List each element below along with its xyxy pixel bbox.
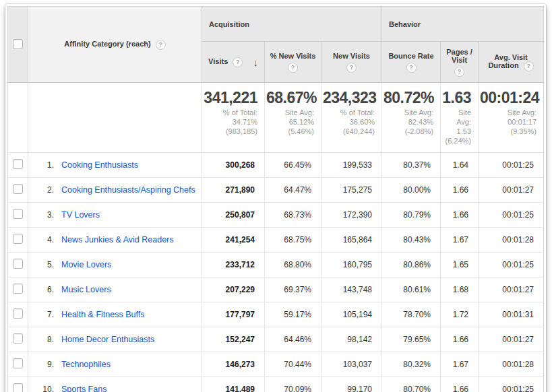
total-pages-per-visit: 1.63 Site Avg: 1.53 (6.24%) xyxy=(441,83,479,153)
cell-new-visits: 105,194 xyxy=(321,302,382,327)
column-header-avg-visit-duration[interactable]: Avg. Visit Duration ? xyxy=(479,42,544,83)
total-new-visits: 234,323 % of Total: 36.60% (640,244) xyxy=(321,83,382,153)
category-link[interactable]: TV Lovers xyxy=(61,210,100,220)
cell-pct-new-visits: 68.73% xyxy=(265,203,321,228)
totals-row: 341,221 % of Total: 34.71% (983,185) 68.… xyxy=(8,83,544,153)
total-avg-visit-duration-sub-label: Site Avg: xyxy=(480,108,536,117)
help-icon[interactable]: ? xyxy=(454,67,464,77)
table-row: 7.Health & Fitness Buffs 177,797 59.17% … xyxy=(8,302,544,327)
visits-header-label: Visits xyxy=(208,57,228,65)
cell-avg-duration: 00:01:25 xyxy=(479,203,544,228)
cell-new-visits: 172,390 xyxy=(321,203,382,228)
row-checkbox[interactable] xyxy=(13,383,23,392)
cell-bounce-rate: 80.61% xyxy=(382,277,441,302)
cell-visits: 152,247 xyxy=(202,327,265,352)
category-link[interactable]: Cooking Enthusiasts xyxy=(61,160,138,170)
total-pct-new-visits-sub-value: 65.12% xyxy=(266,117,314,127)
category-link[interactable]: Sports Fans xyxy=(61,385,106,392)
cell-visits: 300,268 xyxy=(202,153,265,178)
dimension-header-label: Affinity Category (reach) xyxy=(64,40,150,48)
total-bounce-rate: 80.72% Site Avg: 82.43% (-2.08%) xyxy=(382,83,441,153)
total-pct-new-visits-sub-delta: (5.46%) xyxy=(266,127,314,136)
total-visits: 341,221 % of Total: 34.71% (983,185) xyxy=(202,83,265,153)
total-pages-per-visit-sub-delta: (6.24%) xyxy=(442,136,471,145)
category-link[interactable]: Music Lovers xyxy=(61,285,111,294)
category-link[interactable]: Movie Lovers xyxy=(61,260,111,269)
cell-bounce-rate: 80.79% xyxy=(382,203,441,228)
cell-pct-new-visits: 68.80% xyxy=(265,253,321,277)
cell-visits: 207,229 xyxy=(202,277,265,302)
column-header-bounce-rate[interactable]: Bounce Rate ? xyxy=(382,42,441,83)
sort-descending-icon[interactable]: ↓ xyxy=(253,57,258,68)
row-checkbox[interactable] xyxy=(13,209,23,219)
cell-avg-duration: 00:01:28 xyxy=(479,352,544,377)
cell-pages-per-visit: 1.66 xyxy=(441,178,479,203)
cell-bounce-rate: 80.37% xyxy=(382,153,441,178)
cell-bounce-rate: 80.43% xyxy=(382,228,441,253)
row-checkbox[interactable] xyxy=(13,184,23,194)
column-header-pages-per-visit[interactable]: Pages / Visit ? xyxy=(441,42,479,83)
row-rank: 9. xyxy=(38,360,54,369)
total-visits-sub-delta: (983,185) xyxy=(204,127,257,136)
affinity-category-table: Affinity Category (reach) ? Acquisition … xyxy=(7,6,544,392)
cell-pct-new-visits: 70.44% xyxy=(265,352,321,377)
column-header-affinity-category[interactable]: Affinity Category (reach) ? xyxy=(28,7,202,83)
cell-new-visits: 175,275 xyxy=(321,178,382,203)
cell-bounce-rate: 80.32% xyxy=(382,352,441,377)
help-icon[interactable]: ? xyxy=(524,61,534,71)
row-rank: 5. xyxy=(38,260,54,269)
help-icon[interactable]: ? xyxy=(406,63,417,73)
table-row: 2.Cooking Enthusiasts/Aspiring Chefs 271… xyxy=(8,178,544,203)
row-checkbox[interactable] xyxy=(13,358,23,368)
help-icon[interactable]: ? xyxy=(346,63,357,73)
category-link[interactable]: News Junkies & Avid Readers xyxy=(61,235,174,244)
total-bounce-rate-sub-label: Site Avg: xyxy=(384,108,433,117)
help-icon[interactable]: ? xyxy=(156,40,166,50)
row-checkbox[interactable] xyxy=(13,308,23,319)
help-icon[interactable]: ? xyxy=(288,63,298,73)
cell-visits: 141,489 xyxy=(202,377,265,392)
column-header-pct-new-visits[interactable]: % New Visits ? xyxy=(265,42,321,83)
cell-visits: 177,797 xyxy=(202,302,265,327)
cell-pct-new-visits: 69.37% xyxy=(265,277,321,302)
total-pages-per-visit-sub-value: 1.53 xyxy=(442,127,471,136)
row-checkbox[interactable] xyxy=(13,234,23,244)
row-rank: 7. xyxy=(38,310,54,319)
category-link[interactable]: Home Decor Enthusiasts xyxy=(61,335,154,344)
cell-bounce-rate: 79.65% xyxy=(382,327,441,352)
table-row: 1.Cooking Enthusiasts 300,268 66.45% 199… xyxy=(8,153,544,178)
pct-new-visits-header-label: % New Visits xyxy=(270,52,316,60)
group-header-acquisition: Acquisition xyxy=(202,7,382,42)
total-bounce-rate-value: 80.72% xyxy=(384,89,433,106)
cell-avg-duration: 00:01:25 xyxy=(479,153,544,178)
row-rank: 10. xyxy=(38,385,54,392)
total-avg-visit-duration-value: 00:01:24 xyxy=(480,89,536,106)
cell-pages-per-visit: 1.65 xyxy=(441,253,479,277)
category-link[interactable]: Technophiles xyxy=(61,360,111,369)
table-row: 5.Movie Lovers 233,712 68.80% 160,795 80… xyxy=(8,253,544,277)
column-header-visits[interactable]: Visits ? ↓ xyxy=(202,42,265,83)
avg-visit-duration-header-label: Avg. Visit Duration xyxy=(488,53,527,69)
category-link[interactable]: Health & Fitness Buffs xyxy=(61,310,144,319)
cell-new-visits: 98,142 xyxy=(321,327,382,352)
cell-pct-new-visits: 70.09% xyxy=(265,377,321,392)
row-checkbox[interactable] xyxy=(13,259,23,269)
cell-avg-duration: 00:01:27 xyxy=(479,277,544,302)
cell-bounce-rate: 78.70% xyxy=(382,302,441,327)
cell-new-visits: 165,864 xyxy=(321,228,382,253)
total-avg-visit-duration: 00:01:24 Site Avg: 00:01:17 (9.35%) xyxy=(479,83,544,153)
cell-visits: 233,712 xyxy=(202,253,265,277)
help-icon[interactable]: ? xyxy=(233,57,243,67)
row-checkbox[interactable] xyxy=(13,333,23,344)
table-row: 6.Music Lovers 207,229 69.37% 143,748 80… xyxy=(8,277,544,302)
analytics-table-panel: Affinity Category (reach) ? Acquisition … xyxy=(5,4,546,392)
cell-avg-duration: 00:01:28 xyxy=(479,228,544,253)
total-pct-new-visits: 68.67% Site Avg: 65.12% (5.46%) xyxy=(265,83,321,153)
category-link[interactable]: Cooking Enthusiasts/Aspiring Chefs xyxy=(61,185,195,195)
column-header-new-visits[interactable]: New Visits ? xyxy=(321,42,382,83)
row-checkbox[interactable] xyxy=(13,159,23,169)
cell-visits: 271,890 xyxy=(202,178,265,203)
row-checkbox[interactable] xyxy=(13,284,23,294)
select-all-checkbox[interactable] xyxy=(13,39,23,49)
cell-new-visits: 103,037 xyxy=(321,352,382,377)
